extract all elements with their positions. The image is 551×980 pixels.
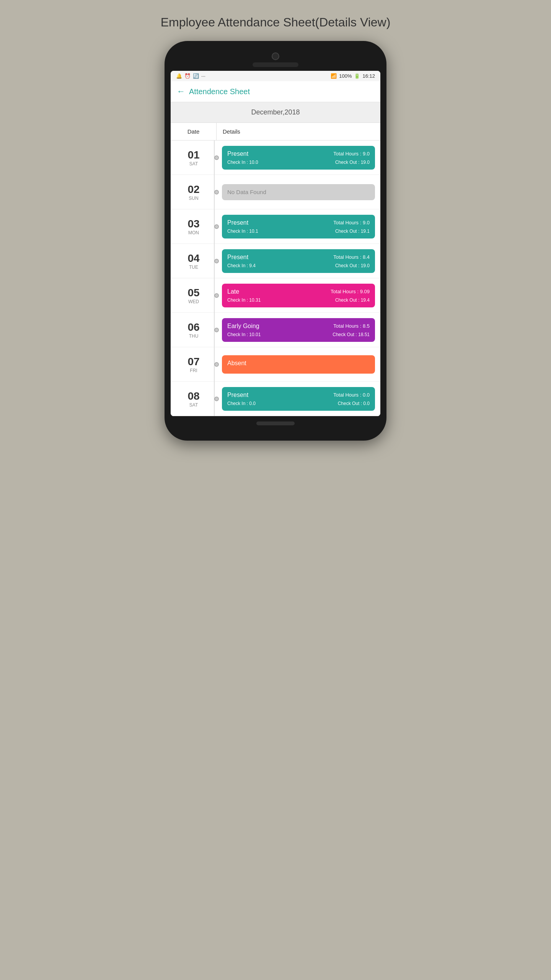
date-day: TUE	[189, 265, 198, 270]
date-number: 01	[187, 149, 199, 161]
dots-icon: ···	[201, 73, 205, 79]
card-checkout: Check Out : 0.0	[338, 401, 370, 406]
timeline-dot	[214, 293, 219, 298]
status-card-nodata: No Data Found	[222, 184, 375, 200]
month-header: December,2018	[171, 102, 380, 123]
date-col: 01 SAT	[171, 149, 217, 167]
card-checkout: Check Out : 19.4	[335, 297, 370, 303]
status-card-present: Present Total Hours : 9.0 Check In : 10.…	[222, 146, 375, 170]
details-col: Late Total Hours : 9.09 Check In : 10.31…	[217, 284, 380, 307]
date-day: MON	[188, 230, 199, 235]
card-checkin: Check In : 10.1	[227, 229, 258, 234]
status-left: 🔔 ⏰ 🔄 ···	[176, 73, 205, 79]
card-checkin: Check In : 10.0	[227, 160, 258, 165]
status-card-present: Present Total Hours : 0.0 Check In : 0.0…	[222, 387, 375, 411]
attendance-row: 04 TUE Present Total Hours : 8.4 Check I…	[171, 244, 380, 278]
details-col: Present Total Hours : 8.4 Check In : 9.4…	[217, 249, 380, 273]
card-total-hours: Total Hours : 9.0	[333, 151, 370, 157]
phone-screen: 🔔 ⏰ 🔄 ··· 📶 100% 🔋 16:12 ← Attendence Sh…	[171, 71, 380, 416]
battery-icon: 🔋	[354, 73, 360, 79]
date-col: 08 SAT	[171, 390, 217, 408]
card-total-hours: Total Hours : 8.5	[333, 323, 370, 329]
timeline-dot	[214, 190, 219, 194]
card-checkout: Check Out : 19.0	[335, 160, 370, 165]
date-day: SAT	[189, 402, 198, 408]
no-data-label: No Data Found	[227, 189, 266, 195]
date-day: SUN	[189, 196, 198, 201]
attendance-list: 01 SAT Present Total Hours : 9.0 Check I…	[171, 140, 380, 416]
date-column-header: Date	[171, 123, 217, 140]
sync-icon: 🔄	[193, 73, 199, 79]
card-checkout: Check Out : 19.0	[335, 263, 370, 268]
card-status-label: Present	[227, 219, 248, 226]
card-total-hours: Total Hours : 0.0	[333, 392, 370, 398]
timeline-dot	[214, 362, 219, 367]
status-card-early: Early Going Total Hours : 8.5 Check In :…	[222, 318, 375, 342]
table-header: Date Details	[171, 123, 380, 140]
timeline-dot	[214, 155, 219, 160]
page-title: Employee Attendance Sheet(Details View)	[161, 15, 391, 29]
date-number: 04	[187, 252, 199, 265]
date-number: 07	[187, 356, 199, 368]
timeline-dot	[214, 224, 219, 229]
card-checkout: Check Out : 19.1	[335, 229, 370, 234]
status-card-present: Present Total Hours : 9.0 Check In : 10.…	[222, 215, 375, 238]
timeline-dot	[214, 259, 219, 263]
date-col: 05 WED	[171, 287, 217, 304]
card-status-label: Present	[227, 392, 248, 399]
attendance-row: 05 WED Late Total Hours : 9.09 Check In …	[171, 278, 380, 313]
status-card-late: Late Total Hours : 9.09 Check In : 10.31…	[222, 284, 375, 307]
phone-bottom-bar	[171, 421, 380, 425]
phone-speaker	[253, 62, 298, 67]
card-checkin: Check In : 9.4	[227, 263, 256, 268]
attendance-row: 06 THU Early Going Total Hours : 8.5 Che…	[171, 313, 380, 347]
attendance-row: 07 FRI Absent	[171, 347, 380, 382]
battery-label: 100%	[339, 73, 352, 79]
time-label: 16:12	[362, 73, 375, 79]
date-number: 06	[187, 321, 199, 333]
back-button[interactable]: ←	[177, 87, 185, 96]
attendance-row: 03 MON Present Total Hours : 9.0 Check I…	[171, 209, 380, 244]
card-total-hours: Total Hours : 8.4	[333, 254, 370, 260]
date-number: 08	[187, 390, 199, 402]
card-checkout: Check Out : 18.51	[333, 332, 370, 337]
home-button[interactable]	[256, 421, 295, 425]
card-checkin: Check In : 0.0	[227, 401, 256, 406]
attendance-row: 01 SAT Present Total Hours : 9.0 Check I…	[171, 140, 380, 175]
card-checkin: Check In : 10.01	[227, 332, 261, 337]
date-col: 06 THU	[171, 321, 217, 339]
date-number: 03	[187, 218, 199, 230]
card-status-label: Absent	[227, 360, 246, 367]
card-total-hours: Total Hours : 9.0	[333, 220, 370, 225]
date-col: 04 TUE	[171, 252, 217, 270]
phone-camera	[272, 52, 279, 60]
card-checkin: Check In : 10.31	[227, 297, 261, 303]
details-col: Present Total Hours : 0.0 Check In : 0.0…	[217, 387, 380, 411]
card-status-label: Early Going	[227, 323, 259, 330]
card-status-label: Present	[227, 150, 248, 157]
date-day: SAT	[189, 161, 198, 167]
details-col: Early Going Total Hours : 8.5 Check In :…	[217, 318, 380, 342]
notification-icon: 🔔	[176, 73, 182, 79]
details-col: Present Total Hours : 9.0 Check In : 10.…	[217, 146, 380, 170]
timeline-dot	[214, 328, 219, 332]
phone-shell: 🔔 ⏰ 🔄 ··· 📶 100% 🔋 16:12 ← Attendence Sh…	[165, 41, 386, 441]
date-number: 05	[187, 287, 199, 299]
details-col: No Data Found	[217, 184, 380, 200]
alarm-icon: ⏰	[184, 73, 191, 79]
date-day: WED	[188, 299, 199, 304]
date-col: 07 FRI	[171, 356, 217, 373]
date-day: FRI	[190, 368, 197, 373]
card-status-label: Late	[227, 288, 239, 295]
details-col: Present Total Hours : 9.0 Check In : 10.…	[217, 215, 380, 238]
app-header: ← Attendence Sheet	[171, 81, 380, 102]
details-col: Absent	[217, 355, 380, 374]
card-total-hours: Total Hours : 9.09	[331, 289, 370, 294]
status-card-absent: Absent	[222, 355, 375, 374]
wifi-icon: 📶	[331, 73, 337, 79]
attendance-row: 02 SUN No Data Found	[171, 175, 380, 209]
date-col: 03 MON	[171, 218, 217, 235]
phone-top-bar	[171, 52, 380, 67]
details-column-header: Details	[217, 123, 380, 140]
timeline-dot	[214, 397, 219, 401]
